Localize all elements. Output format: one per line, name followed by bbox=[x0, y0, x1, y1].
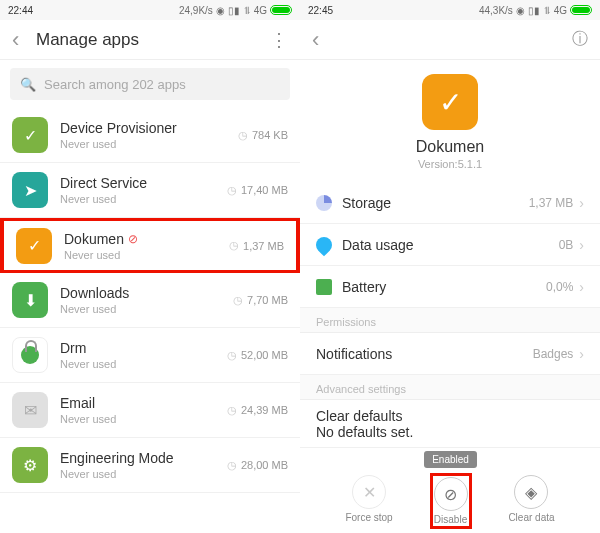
app-sub: Never used bbox=[60, 468, 227, 480]
app-icon: ✉ bbox=[12, 392, 48, 428]
app-row[interactable]: ⬇DownloadsNever used◷ 7,70 MB bbox=[0, 273, 300, 328]
app-detail-screen: 22:45 44,3K/s ◉ ▯▮ ⥮ 4G ‹ ⓘ ✓ Dokumen Ve… bbox=[300, 0, 600, 533]
clock-icon: ◷ bbox=[227, 404, 237, 417]
battery-sm-icon bbox=[316, 279, 332, 295]
close-icon: ✕ bbox=[352, 475, 386, 509]
search-icon: 🔍 bbox=[20, 77, 36, 92]
menu-icon[interactable]: ⋮ bbox=[270, 29, 288, 51]
row-data-usage[interactable]: Data usage 0B › bbox=[300, 224, 600, 266]
app-icon bbox=[12, 337, 48, 373]
app-icon: ✓ bbox=[422, 74, 478, 130]
row-label: Clear defaults bbox=[316, 408, 402, 424]
status-time: 22:45 bbox=[308, 5, 333, 16]
app-text: DownloadsNever used bbox=[60, 285, 233, 315]
section-permissions: Permissions bbox=[300, 308, 600, 333]
app-version: Version:5.1.1 bbox=[418, 158, 482, 170]
action-label: Force stop bbox=[345, 512, 392, 523]
force-stop-button[interactable]: ✕ Force stop bbox=[345, 475, 392, 527]
app-size: ◷ 784 KB bbox=[238, 129, 288, 142]
app-row[interactable]: ✉EmailNever used◷ 24,39 MB bbox=[0, 383, 300, 438]
app-name: Device Provisioner bbox=[60, 120, 238, 136]
erase-icon: ◈ bbox=[514, 475, 548, 509]
app-icon: ✓ bbox=[16, 228, 52, 264]
status-bar: 22:45 44,3K/s ◉ ▯▮ ⥮ 4G bbox=[300, 0, 600, 20]
row-label: Storage bbox=[342, 195, 391, 211]
row-value: 0,0% bbox=[546, 280, 573, 294]
clock-icon: ◷ bbox=[238, 129, 248, 142]
app-text: DrmNever used bbox=[60, 340, 227, 370]
app-text: Engineering ModeNever used bbox=[60, 450, 227, 480]
manage-apps-screen: 22:44 24,9K/s ◉ ▯▮ ⥮ 4G ‹ Manage apps ⋮ … bbox=[0, 0, 300, 533]
app-sub: Never used bbox=[60, 358, 227, 370]
row-label: Data usage bbox=[342, 237, 414, 253]
network-label: 4G bbox=[554, 5, 567, 16]
row-label: Notifications bbox=[316, 346, 392, 362]
row-value: 1,37 MB bbox=[529, 196, 574, 210]
disable-button[interactable]: Enabled ⊘ Disable bbox=[432, 475, 470, 527]
row-battery[interactable]: Battery 0,0% › bbox=[300, 266, 600, 308]
app-name: Engineering Mode bbox=[60, 450, 227, 466]
battery-icon bbox=[570, 5, 592, 15]
wifi-icon: ◉ bbox=[216, 5, 225, 16]
app-text: Device ProvisionerNever used bbox=[60, 120, 238, 150]
app-size: ◷ 17,40 MB bbox=[227, 184, 288, 197]
app-icon: ⬇ bbox=[12, 282, 48, 318]
row-storage[interactable]: Storage 1,37 MB › bbox=[300, 182, 600, 224]
app-size: ◷ 1,37 MB bbox=[229, 239, 284, 252]
app-size: ◷ 7,70 MB bbox=[233, 294, 288, 307]
header: ‹ ⓘ bbox=[300, 20, 600, 60]
app-name: Email bbox=[60, 395, 227, 411]
header: ‹ Manage apps ⋮ bbox=[0, 20, 300, 60]
chevron-right-icon: › bbox=[579, 195, 584, 211]
app-row[interactable]: ➤Direct ServiceNever used◷ 17,40 MB bbox=[0, 163, 300, 218]
app-name: Dokumen bbox=[416, 138, 484, 156]
status-bar: 22:44 24,9K/s ◉ ▯▮ ⥮ 4G bbox=[0, 0, 300, 20]
action-bar: ✕ Force stop Enabled ⊘ Disable ◈ Clear d… bbox=[300, 475, 600, 527]
back-icon[interactable]: ‹ bbox=[312, 27, 330, 53]
status-time: 22:44 bbox=[8, 5, 33, 16]
disabled-icon: ⊘ bbox=[128, 232, 138, 246]
action-label: Clear data bbox=[508, 512, 554, 523]
app-name: Drm bbox=[60, 340, 227, 356]
app-name: Direct Service bbox=[60, 175, 227, 191]
app-size: ◷ 24,39 MB bbox=[227, 404, 288, 417]
app-sub: Never used bbox=[60, 303, 233, 315]
clear-data-button[interactable]: ◈ Clear data bbox=[508, 475, 554, 527]
app-text: Dokumen ⊘Never used bbox=[64, 231, 229, 261]
search-input[interactable]: 🔍 Search among 202 apps bbox=[10, 68, 290, 100]
chevron-right-icon: › bbox=[579, 346, 584, 362]
back-icon[interactable]: ‹ bbox=[12, 27, 30, 53]
section-advanced: Advanced settings bbox=[300, 375, 600, 400]
forbid-icon: ⊘ bbox=[434, 477, 468, 511]
app-size: ◷ 28,00 MB bbox=[227, 459, 288, 472]
action-label: Disable bbox=[434, 514, 467, 525]
app-row[interactable]: DrmNever used◷ 52,00 MB bbox=[0, 328, 300, 383]
info-icon[interactable]: ⓘ bbox=[572, 29, 588, 50]
clock-icon: ◷ bbox=[227, 459, 237, 472]
row-label: Battery bbox=[342, 279, 386, 295]
app-row[interactable]: ✓Device ProvisionerNever used◷ 784 KB bbox=[0, 108, 300, 163]
wifi-icon: ◉ bbox=[516, 5, 525, 16]
app-sub: Never used bbox=[60, 193, 227, 205]
page-title: Manage apps bbox=[36, 30, 139, 50]
app-icon: ✓ bbox=[12, 117, 48, 153]
app-row[interactable]: ⚙Engineering ModeNever used◷ 28,00 MB bbox=[0, 438, 300, 493]
app-row[interactable]: ✓Dokumen ⊘Never used◷ 1,37 MB bbox=[0, 218, 300, 273]
app-icon: ➤ bbox=[12, 172, 48, 208]
app-sub: Never used bbox=[60, 138, 238, 150]
clock-icon: ◷ bbox=[227, 184, 237, 197]
status-speed: 24,9K/s bbox=[179, 5, 213, 16]
app-icon: ⚙ bbox=[12, 447, 48, 483]
pie-icon bbox=[316, 195, 332, 211]
status-speed: 44,3K/s bbox=[479, 5, 513, 16]
app-sub: Never used bbox=[60, 413, 227, 425]
row-notifications[interactable]: Notifications Badges › bbox=[300, 333, 600, 375]
chevron-right-icon: › bbox=[579, 279, 584, 295]
row-value: Badges bbox=[533, 347, 574, 361]
app-size: ◷ 52,00 MB bbox=[227, 349, 288, 362]
app-text: EmailNever used bbox=[60, 395, 227, 425]
row-clear-defaults[interactable]: Clear defaults No defaults set. bbox=[300, 400, 600, 448]
app-card: ✓ Dokumen Version:5.1.1 bbox=[300, 60, 600, 182]
row-sub: No defaults set. bbox=[316, 424, 413, 440]
clock-icon: ◷ bbox=[233, 294, 243, 307]
